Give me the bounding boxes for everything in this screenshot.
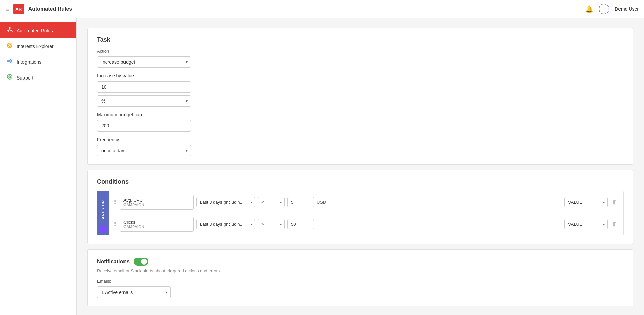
drag-handle-icon: ⠿ <box>113 199 117 205</box>
time-range-select-wrap-2: Last 3 days (includin... Last 7 days Las… <box>196 219 255 229</box>
condition-metric-2: Clicks CAMPAIGN <box>120 217 194 232</box>
svg-point-18 <box>9 76 11 78</box>
condition-metric-level-1: CAMPAIGN <box>123 203 190 207</box>
notifications-title: Notifications <box>97 259 130 265</box>
delete-condition-button-1[interactable]: 🗑 <box>610 197 619 207</box>
app-logo: AR <box>13 4 24 14</box>
increase-unit-select[interactable]: % $ <box>97 95 191 107</box>
task-card: Task Action Increase budget Decrease bud… <box>87 28 633 165</box>
value-type-select-1[interactable]: VALUE PERCENTAGE <box>564 197 608 207</box>
action-label: Action <box>97 49 624 54</box>
sidebar-item-support[interactable]: Support <box>0 70 76 86</box>
main-content: Task Action Increase budget Decrease bud… <box>77 18 644 315</box>
toggle-track <box>134 258 148 266</box>
max-budget-cap-input[interactable] <box>97 120 191 132</box>
value-type-select-wrap-2: VALUE PERCENTAGE <box>564 219 608 229</box>
emails-label: Emails: <box>97 279 624 284</box>
increase-by-value-label: Increase by value <box>97 73 624 78</box>
svg-line-4 <box>8 30 10 31</box>
operator-select-2[interactable]: < > <= >= = <box>258 219 285 229</box>
operator-select-wrap-1: < > <= >= = <box>258 197 285 207</box>
condition-metric-name-2: Clicks <box>123 220 190 225</box>
emails-select[interactable]: 1 Active emails Add email <box>97 286 171 298</box>
frequency-label: Frequency: <box>97 137 624 142</box>
svg-point-2 <box>11 31 12 32</box>
topbar-right: 🔔 ··· Demo User <box>585 4 639 14</box>
svg-line-5 <box>10 30 12 31</box>
action-select-wrapper: Increase budget Decrease budget Pause ca… <box>97 56 191 68</box>
layout: Automated Rules Interests Explorer Integ… <box>0 18 644 315</box>
svg-point-13 <box>11 59 12 61</box>
frequency-select[interactable]: once a day twice a day once a week <box>97 145 191 156</box>
time-range-select-wrap-1: Last 3 days (includin... Last 7 days Las… <box>196 197 255 207</box>
time-range-select-2[interactable]: Last 3 days (includin... Last 7 days Las… <box>196 219 255 229</box>
hamburger-icon[interactable]: ≡ <box>5 5 9 13</box>
condition-row: ⠿ Avg. CPC CAMPAIGN Last 3 days (includi… <box>109 191 624 213</box>
user-name: Demo User <box>615 6 639 12</box>
svg-point-17 <box>7 74 12 79</box>
action-select[interactable]: Increase budget Decrease budget Pause ca… <box>97 56 191 68</box>
svg-line-16 <box>9 61 11 62</box>
notifications-toggle[interactable] <box>134 258 148 266</box>
conditions-container: AND / OR + ⠿ Avg. CPC CAMPAIGN <box>97 191 624 235</box>
frequency-select-wrapper: once a day twice a day once a week ▾ <box>97 145 191 156</box>
sidebar-item-interests-explorer[interactable]: Interests Explorer <box>0 38 76 54</box>
delete-condition-button-2[interactable]: 🗑 <box>610 219 619 229</box>
sidebar-item-integrations[interactable]: Integrations <box>0 54 76 70</box>
svg-point-0 <box>9 27 10 29</box>
condition-currency-1: USD <box>317 200 327 205</box>
sidebar-item-support-label: Support <box>17 75 33 81</box>
increase-unit-select-wrapper: % $ ▾ <box>97 95 191 107</box>
integrations-icon <box>7 58 13 66</box>
support-icon <box>7 74 13 82</box>
condition-metric-name-1: Avg. CPC <box>123 198 190 203</box>
avatar: ··· <box>599 4 609 14</box>
conditions-card: Conditions AND / OR + ⠿ Avg. CPC <box>87 170 633 244</box>
sidebar: Automated Rules Interests Explorer Integ… <box>0 18 77 315</box>
task-section-title: Task <box>97 36 624 43</box>
conditions-rows: ⠿ Avg. CPC CAMPAIGN Last 3 days (includi… <box>109 191 624 235</box>
increase-by-value-input[interactable]: 10 <box>97 81 191 93</box>
sidebar-item-integrations-label: Integrations <box>17 59 41 65</box>
app-title: Automated Rules <box>28 6 72 12</box>
value-type-select-wrap-1: VALUE PERCENTAGE <box>564 197 608 207</box>
svg-point-14 <box>11 62 12 63</box>
value-type-select-2[interactable]: VALUE PERCENTAGE <box>564 219 608 229</box>
svg-point-12 <box>7 60 9 62</box>
conditions-section-title: Conditions <box>97 178 624 186</box>
operator-select-wrap-2: < > <= >= = <box>258 219 285 229</box>
topbar-left: ≡ AR Automated Rules <box>5 4 72 14</box>
condition-metric-1: Avg. CPC CAMPAIGN <box>120 195 194 210</box>
emails-select-wrapper: 1 Active emails Add email ▾ <box>97 286 171 298</box>
drag-handle-icon: ⠿ <box>113 221 117 227</box>
condition-metric-level-2: CAMPAIGN <box>123 225 190 229</box>
condition-value-input-2[interactable] <box>287 219 314 229</box>
max-budget-cap-label: Maximum budget cap <box>97 112 624 117</box>
sidebar-item-automated-rules[interactable]: Automated Rules <box>0 22 76 38</box>
svg-point-1 <box>7 31 8 32</box>
toggle-thumb <box>141 259 147 265</box>
notifications-card: Notifications Receive email or Slack ale… <box>87 249 633 306</box>
operator-select-1[interactable]: < > <= >= = <box>258 197 285 207</box>
and-or-label: AND / OR <box>101 200 105 219</box>
notifications-description: Receive email or Slack alerts about trig… <box>97 268 624 273</box>
condition-value-input-1[interactable] <box>287 197 314 207</box>
topbar: ≡ AR Automated Rules 🔔 ··· Demo User <box>0 0 644 18</box>
sidebar-item-interests-label: Interests Explorer <box>17 44 54 49</box>
bell-icon[interactable]: 🔔 <box>585 5 593 13</box>
add-condition-button[interactable]: + <box>99 225 107 233</box>
automated-rules-icon <box>7 27 13 34</box>
time-range-select-1[interactable]: Last 3 days (includin... Last 7 days Las… <box>196 197 255 207</box>
condition-row: ⠿ Clicks CAMPAIGN Last 3 days (includin.… <box>109 213 624 235</box>
svg-line-15 <box>9 60 11 61</box>
notifications-header: Notifications <box>97 258 624 266</box>
svg-point-7 <box>9 44 11 47</box>
interests-explorer-icon <box>7 42 13 50</box>
and-or-sidebar: AND / OR + <box>97 191 109 235</box>
sidebar-item-automated-rules-label: Automated Rules <box>17 28 53 33</box>
